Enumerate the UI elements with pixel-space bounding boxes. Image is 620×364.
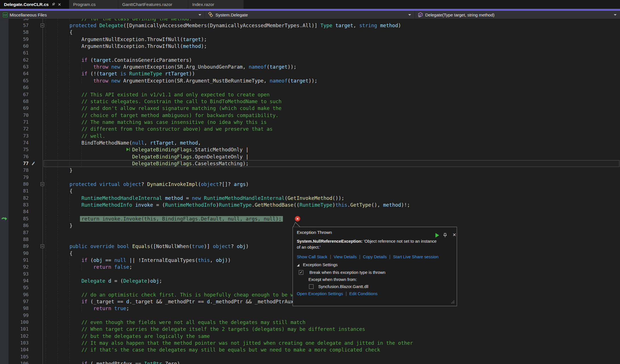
- indent-guide: [58, 126, 58, 132]
- tab-index-razor[interactable]: Index.razor: [188, 0, 244, 9]
- code-text: throw new ArgumentException(SR.Arg_Unbou…: [93, 64, 296, 70]
- module-checkbox[interactable]: [309, 284, 314, 289]
- code-line-79: 79: [0, 174, 620, 181]
- code-line-58: 58{: [0, 29, 620, 36]
- link-start-live-share-session[interactable]: Start Live Share session: [393, 255, 438, 259]
- link-separator: |: [330, 254, 331, 259]
- code-text: // choice of target method ambiguous) fo…: [81, 112, 278, 119]
- indent-guide: [46, 112, 46, 119]
- indent-guide: [58, 360, 58, 364]
- line-number: 73: [0, 133, 29, 139]
- indent-guide: [46, 98, 46, 105]
- code-text: if (obj == null || !InternalEqualTypes(t…: [81, 257, 231, 264]
- code-text: return invoke.Invoke(this, BindingFlags.…: [81, 215, 283, 222]
- continue-play-icon[interactable]: [435, 233, 439, 238]
- line-number: 71: [0, 119, 29, 126]
- indent-guide: [58, 22, 58, 29]
- indent-guide: [69, 291, 70, 298]
- line-number: 84: [0, 208, 29, 215]
- code-line-100: 100// even though the fields were not al…: [0, 319, 620, 326]
- close-icon[interactable]: ✕: [452, 232, 456, 238]
- line-number: 66: [0, 84, 29, 91]
- indent-guide: [46, 133, 46, 139]
- edit-pen-icon: [31, 161, 35, 166]
- link-show-call-stack[interactable]: Show Call Stack: [297, 255, 327, 259]
- break-checkbox[interactable]: ✓: [299, 270, 303, 275]
- indent-guide: [58, 98, 58, 105]
- indent-guide: [69, 50, 70, 56]
- code-text: // It may also happen that the method po…: [81, 340, 413, 346]
- collapse-region-icon[interactable]: [41, 182, 44, 186]
- code-line-106: 106if (_methodPtrAux == IntPtr.Zero): [0, 360, 620, 364]
- indent-guide: [69, 257, 70, 264]
- line-number: 72: [0, 126, 29, 132]
- indent-guide: [69, 298, 70, 305]
- action-links: Show Call Stack|View Details|Copy Detail…: [297, 254, 453, 259]
- code-text: // This API existed in v1/v1.1 and only …: [81, 91, 270, 98]
- code-text: // even though the fields were not all e…: [81, 319, 305, 326]
- indent-guide: [46, 222, 46, 229]
- link-edit-conditions[interactable]: Edit Conditions: [349, 291, 378, 296]
- tab-program-cs[interactable]: Program.cs: [69, 0, 118, 9]
- indent-guide: [46, 126, 46, 132]
- code-line-63: 63throw new ArgumentException(SR.Arg_Unb…: [0, 64, 620, 70]
- indent-guide: [69, 312, 70, 319]
- run-to-here-icon[interactable]: [126, 148, 129, 151]
- chevron-down-icon[interactable]: [408, 14, 411, 16]
- link-view-details[interactable]: View Details: [334, 255, 357, 259]
- chevron-down-icon[interactable]: [198, 14, 201, 16]
- pin-icon[interactable]: [443, 233, 447, 238]
- indent-guide: [46, 153, 46, 160]
- resize-grip[interactable]: [454, 303, 454, 303]
- line-number: 60: [0, 43, 29, 50]
- code-line-69: 69// and don't allow relaxed signature m…: [0, 105, 620, 112]
- indent-guide: [46, 119, 46, 126]
- indent-guide: [69, 160, 70, 167]
- link-copy-details[interactable]: Copy Details: [363, 255, 387, 259]
- indent-guide: [46, 160, 46, 167]
- member-dropdown[interactable]: Delegate(Type target, string method): [415, 11, 620, 19]
- indent-guide: [58, 57, 58, 64]
- exception-settings-header[interactable]: Exception Settings: [297, 262, 453, 267]
- method-icon: [418, 12, 423, 18]
- code-editor[interactable]: 56// for the class defining the method.5…: [0, 19, 620, 364]
- indent-guide: [58, 340, 58, 346]
- tab-ganttchartfeatures-razor[interactable]: GanttChartFeatures.razor: [118, 0, 188, 9]
- code-text: // if that's the case the delegates may …: [81, 346, 380, 353]
- close-icon[interactable]: ✕: [58, 2, 61, 7]
- indent-guide: [46, 188, 46, 194]
- link-open-exception-settings[interactable]: Open Exception Settings: [297, 291, 343, 296]
- indent-guide: [69, 98, 70, 105]
- tab-delegate-coreclr-cs[interactable]: Delegate.CoreCLR.cs✕: [0, 0, 69, 9]
- line-number: 92: [0, 264, 29, 270]
- indent-guide: [58, 346, 58, 353]
- type-dropdown[interactable]: System.Delegate: [205, 11, 415, 19]
- chevron-down-icon[interactable]: [614, 14, 617, 16]
- code-line-101: 101// When target carries the delegate i…: [0, 326, 620, 333]
- collapse-region-icon[interactable]: [41, 24, 44, 27]
- indent-guide: [69, 340, 70, 346]
- indent-guide: [58, 167, 58, 174]
- code-line-81: 81{: [0, 188, 620, 194]
- code-line-99: 99: [0, 312, 620, 319]
- indent-guide: [69, 133, 70, 139]
- expander-collapse-icon[interactable]: [297, 264, 299, 266]
- indent-guide: [58, 243, 58, 250]
- line-number: 101: [0, 326, 29, 333]
- indent-guide: [69, 139, 70, 146]
- indent-guide: [46, 70, 46, 77]
- code-text: ArgumentNullException.ThrowIfNull(target…: [81, 36, 207, 43]
- collapse-region-icon[interactable]: [41, 244, 44, 248]
- indent-guide: [69, 284, 70, 291]
- indent-guide: [46, 64, 46, 70]
- code-line-61: 61: [0, 50, 620, 56]
- indent-guide: [58, 208, 58, 215]
- line-number: 96: [0, 291, 29, 298]
- indent-guide: [46, 326, 46, 333]
- pin-icon[interactable]: [51, 2, 56, 7]
- indent-guide: [46, 202, 46, 208]
- line-number: 87: [0, 229, 29, 236]
- line-number: 104: [0, 346, 29, 353]
- project-dropdown[interactable]: C# Miscellaneous Files: [0, 11, 205, 19]
- line-number: 64: [0, 70, 29, 77]
